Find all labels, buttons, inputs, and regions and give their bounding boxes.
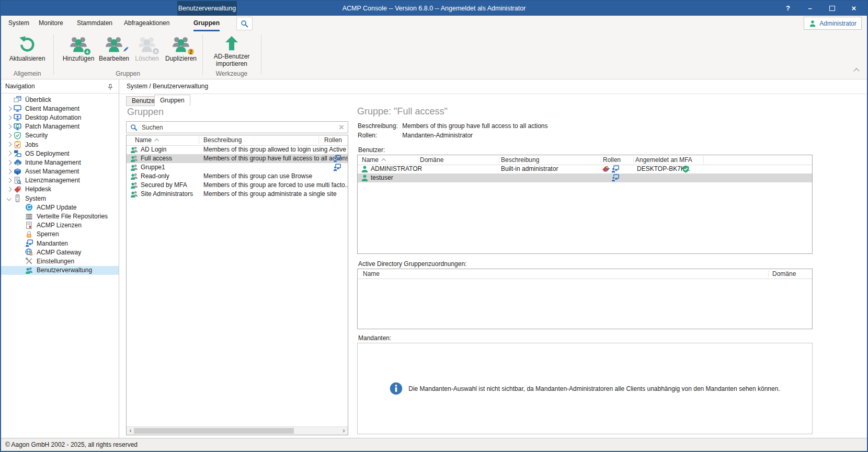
nav-item-acmp-update[interactable]: ACMP Update — [1, 203, 119, 212]
ad-table-header: Name Domäne — [358, 269, 812, 279]
nav-item-os-deployment[interactable]: OS Deployment — [1, 149, 119, 158]
tools-icon — [25, 257, 33, 265]
group-row-full-access[interactable]: Full access Members of this group have f… — [127, 154, 348, 163]
clipboard-icon — [14, 141, 21, 148]
search-icon — [241, 20, 248, 28]
column-header-rollen[interactable]: Rollen — [603, 155, 621, 165]
nav-item-acmp-gateway[interactable]: ACMP Gateway — [1, 248, 119, 257]
groups-table: Name Beschreibung Rollen AD Login Member… — [126, 135, 348, 435]
patch-icon — [14, 123, 21, 131]
logged-in-user-button[interactable]: Administrator — [804, 17, 862, 30]
delete-group-button-disabled: × Löschen — [132, 33, 162, 63]
nav-item-jobs[interactable]: Jobs — [1, 140, 119, 149]
minimize-button[interactable]: – — [799, 1, 821, 16]
nav-item-acmp-lizenzen[interactable]: ACMP Lizenzen — [1, 221, 119, 230]
menu-search-button[interactable] — [236, 17, 253, 30]
scroll-right-arrow[interactable]: › — [340, 427, 348, 435]
status-bar: © Aagon GmbH 2002 - 2025, all rights res… — [1, 438, 867, 451]
description-value: Members of this group have full access t… — [402, 122, 547, 130]
user-icon — [809, 20, 816, 27]
column-header-name[interactable]: Name — [363, 269, 380, 279]
nav-item-mandanten[interactable]: Mandanten — [1, 239, 119, 248]
mandanten-administrator-role-icon — [333, 155, 341, 163]
scroll-left-arrow[interactable]: ‹ — [127, 427, 134, 435]
navigation-tree: Überblick Client Management Desktop Auto… — [1, 95, 119, 275]
group-duplicate-icon: 2 — [163, 33, 199, 55]
mandanten-administrator-role-icon — [611, 174, 619, 182]
navigation-panel: Navigation Überblick Client Management D… — [1, 79, 119, 438]
scrollbar-thumb[interactable] — [134, 428, 294, 434]
groups-search-input[interactable] — [141, 123, 336, 132]
column-header-name[interactable]: Name — [362, 155, 385, 165]
pc-tower-icon — [14, 194, 21, 202]
help-button[interactable]: ? — [777, 1, 799, 16]
column-header-beschreibung[interactable]: Beschreibung — [203, 135, 242, 145]
menu-item-gruppen-active[interactable]: Gruppen — [193, 16, 220, 31]
nav-item-intune-management[interactable]: Intune Management — [1, 158, 119, 167]
group-row-ad-login[interactable]: AD Login Members of this group allowed t… — [127, 145, 348, 154]
collapse-ribbon-button[interactable] — [854, 67, 859, 75]
nav-item-lizenzmanagement[interactable]: Lizenzmanagement — [1, 176, 119, 185]
add-group-button[interactable]: + Hinzufügen — [62, 33, 95, 63]
mandanten-box: Die Mandanten-Auswahl ist nicht sichtbar… — [357, 343, 813, 434]
ribbon-toolbar: Aktualisieren + Hinzufügen Bearbeiten × … — [1, 31, 867, 79]
group-row-gruppe1[interactable]: Gruppe1 — [127, 163, 348, 172]
duplicate-group-button[interactable]: 2 Duplizieren — [163, 33, 199, 63]
close-button[interactable]: × — [843, 1, 865, 16]
menu-item-monitore[interactable]: Monitore — [39, 16, 63, 30]
menu-item-stammdaten[interactable]: Stammdaten — [77, 16, 112, 30]
group-row-site-administrators[interactable]: Site Administrators Members of this grou… — [127, 190, 348, 199]
pin-icon[interactable] — [107, 82, 114, 96]
nav-item-system[interactable]: System — [1, 194, 119, 203]
edit-group-button[interactable]: Bearbeiten — [97, 33, 131, 63]
column-header-beschreibung[interactable]: Beschreibung — [501, 155, 539, 165]
user-row-testuser[interactable]: testuser — [358, 173, 812, 182]
column-header-rollen[interactable]: Rollen — [324, 135, 342, 145]
clear-search-icon[interactable]: × — [339, 123, 344, 132]
user-row-administrator[interactable]: ADMINISTRATOR Built-in administrator DES… — [358, 165, 812, 173]
tab-gruppen[interactable]: Gruppen — [154, 95, 190, 106]
groups-table-header: Name Beschreibung Rollen — [127, 135, 348, 146]
nav-item-desktop-automation[interactable]: Desktop Automation — [1, 113, 119, 122]
nav-item-patch-management[interactable]: Patch Management — [1, 122, 119, 131]
main-content: System / Benutzerverwaltung Benutzer Gru… — [119, 79, 867, 438]
mandanten-label: Mandanten: — [358, 334, 391, 342]
nav-item-asset-management[interactable]: Asset Management — [1, 167, 119, 176]
sort-asc-icon — [382, 158, 386, 163]
menu-item-system[interactable]: System — [8, 16, 29, 30]
nav-item-security[interactable]: Security — [1, 131, 119, 140]
column-header-domaene[interactable]: Domäne — [772, 269, 796, 279]
column-header-domaene[interactable]: Domäne — [420, 155, 443, 165]
refresh-button[interactable]: Aktualisieren — [6, 33, 48, 63]
users-icon — [25, 266, 33, 274]
group-row-read-only[interactable]: Read-only Members of this group can use … — [127, 172, 348, 181]
nav-item-helpdesk[interactable]: Helpdesk — [1, 185, 119, 194]
nav-item-client-management[interactable]: Client Management — [1, 104, 119, 113]
nav-item-einstellungen[interactable]: Einstellungen — [1, 257, 119, 265]
horizontal-scrollbar[interactable]: ‹ › — [127, 426, 348, 435]
menu-item-abfrageaktionen[interactable]: Abfrageaktionen — [124, 16, 169, 30]
groups-search-box: × — [126, 121, 348, 133]
window-tab-benutzerverwaltung[interactable]: Benutzerverwaltung — [177, 1, 237, 16]
ad-group-assignments-label: Active Directory Gruppenzuordnungen: — [358, 260, 466, 268]
column-header-mfa[interactable]: MFA — [679, 155, 692, 165]
two-badge-icon: 2 — [187, 48, 195, 55]
nav-item-benutzerverwaltung[interactable]: Benutzerverwaltung — [1, 266, 119, 275]
monitor-icon — [14, 105, 21, 112]
group-row-secured-by-mfa[interactable]: Secured by MFA Members of this group are… — [127, 181, 348, 190]
ribbon-group-label-gruppen: Gruppen — [53, 70, 202, 77]
import-ad-users-button[interactable]: AD-Benutzer importieren — [208, 33, 255, 67]
maximize-button[interactable] — [821, 1, 843, 16]
column-header-name[interactable]: Name — [135, 135, 158, 145]
navigation-title: Navigation — [5, 83, 35, 90]
column-header-angemeldet-an[interactable]: Angemeldet an — [635, 155, 678, 165]
group-icon — [130, 164, 138, 171]
ribbon-divider — [53, 34, 54, 75]
nav-item-verteilte-file-repositories[interactable]: Verteilte File Repositories — [1, 212, 119, 221]
groups-panel-title: Gruppen — [127, 107, 164, 118]
nav-item-sperren[interactable]: Sperren — [1, 230, 119, 239]
group-detail-panel: Gruppe: "Full access" Beschreibung: Memb… — [357, 105, 814, 435]
breadcrumb: System / Benutzerverwaltung — [119, 79, 867, 94]
nav-item-ueberblick[interactable]: Überblick — [1, 95, 119, 104]
import-arrow-icon — [208, 33, 255, 53]
